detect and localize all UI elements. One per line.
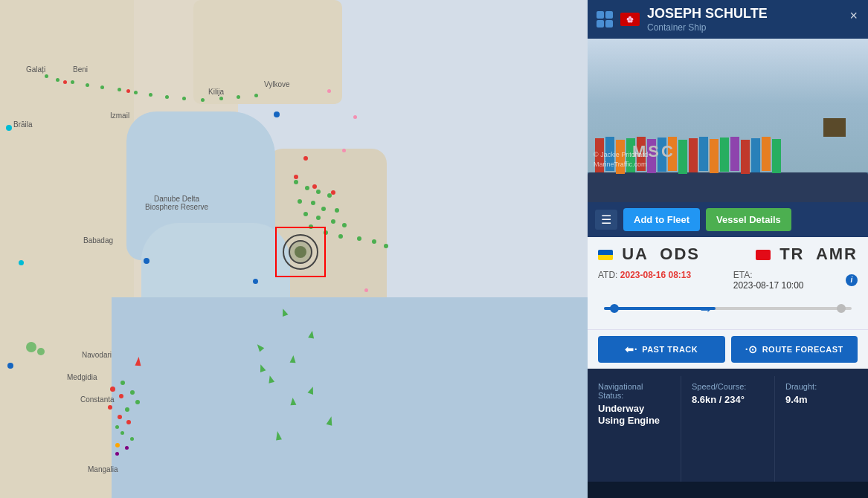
ship-dot[interactable] — [316, 216, 321, 220]
ship-dot[interactable] — [71, 80, 74, 84]
menu-button[interactable]: ☰ — [595, 210, 617, 230]
ship-dot-red[interactable] — [331, 190, 335, 195]
ship-dot-cyan[interactable] — [6, 125, 12, 131]
speed-course-label: Speed/Course: — [692, 382, 764, 391]
ship-dot-blue[interactable] — [144, 258, 150, 264]
ship-dot-red[interactable] — [126, 89, 130, 93]
ship-dot-red[interactable] — [126, 420, 131, 424]
ship-dot[interactable] — [56, 78, 60, 82]
ship-arrow-red[interactable] — [135, 357, 141, 366]
ship-dot-red[interactable] — [119, 394, 123, 398]
nav-status-label: NavigationalStatus: — [598, 382, 670, 400]
route-forecast-icon: ·⊙ — [745, 343, 758, 355]
add-to-fleet-button[interactable]: Add to Fleet — [623, 208, 700, 231]
route-destination: TR AMR — [756, 245, 858, 264]
ship-dot[interactable] — [130, 390, 135, 395]
ship-dot[interactable] — [338, 234, 343, 239]
vessel-details-button[interactable]: Vessel Details — [706, 208, 791, 231]
info-icon[interactable]: i — [846, 274, 858, 286]
ship-dot[interactable] — [237, 95, 240, 99]
draught-cell: Draught: 9.4m — [775, 376, 868, 482]
ship-dot-red[interactable] — [110, 387, 115, 392]
action-row: ☰ Add to Fleet Vessel Details — [588, 202, 868, 237]
ship-dot[interactable] — [316, 190, 321, 194]
ship-dot[interactable] — [305, 186, 309, 190]
ship-dot[interactable] — [100, 85, 104, 89]
ship-dot[interactable] — [118, 88, 121, 91]
ship-dot[interactable] — [321, 207, 326, 211]
ship-dot-blue[interactable] — [253, 279, 258, 284]
ship-dot[interactable] — [201, 98, 205, 102]
dest-port-code: AMR — [816, 245, 858, 263]
ship-dot-red[interactable] — [294, 175, 298, 179]
atd-block: ATD: 2023-08-16 08:13 — [598, 270, 691, 280]
ship-dot[interactable] — [134, 91, 138, 94]
ship-dot[interactable] — [45, 74, 48, 78]
ship-dot[interactable] — [384, 244, 388, 248]
ship-image: MSC © Jackie Pritchard MarineTraffic.com — [588, 39, 868, 202]
ship-dot[interactable] — [357, 236, 361, 241]
ship-dot[interactable] — [86, 83, 89, 87]
origin-flag — [598, 250, 613, 260]
ship-cluster[interactable] — [37, 348, 45, 355]
draught-value: 9.4m — [785, 394, 858, 407]
ship-dot[interactable] — [342, 223, 347, 227]
route-codes: UA ODS TR AMR — [598, 245, 858, 264]
ship-dot-red[interactable] — [312, 184, 317, 189]
panel-header: 🌸 JOSEPH SCHULTE Container Ship × — [588, 0, 868, 39]
ship-dot[interactable] — [219, 97, 223, 100]
ship-dot-blue[interactable] — [7, 363, 13, 369]
map[interactable]: Galați Beni Kilija Vylkove Izmail Brăila… — [0, 0, 588, 498]
ship-dot[interactable] — [303, 212, 308, 216]
ship-dot[interactable] — [298, 199, 302, 204]
ship-arrow[interactable] — [290, 398, 297, 406]
nav-status-row: NavigationalStatus: Underway Using Engin… — [588, 369, 868, 482]
ship-dot-pink[interactable] — [327, 89, 331, 93]
ship-panel: 🌸 JOSEPH SCHULTE Container Ship × — [588, 0, 868, 498]
ship-dot-cyan[interactable] — [19, 260, 24, 265]
ship-dot[interactable] — [149, 93, 152, 97]
ship-dot[interactable] — [125, 407, 129, 412]
past-track-label: PAST TRACK — [642, 345, 698, 354]
ship-dot-orange[interactable] — [115, 443, 120, 447]
route-origin: UA ODS — [598, 245, 700, 264]
ship-dot[interactable] — [372, 239, 376, 244]
past-track-button[interactable]: ⬅· PAST TRACK — [598, 336, 725, 363]
close-button[interactable]: × — [846, 6, 861, 25]
ship-type: Container Ship — [647, 22, 859, 33]
ship-dot[interactable] — [311, 201, 315, 205]
ship-dot[interactable] — [115, 425, 119, 429]
route-forecast-button[interactable]: ·⊙ ROUTE FORECAST — [731, 336, 858, 363]
ship-dot-red[interactable] — [303, 156, 308, 161]
ship-dot-purple[interactable] — [115, 452, 119, 456]
ship-dot-pink[interactable] — [364, 288, 368, 292]
ship-dot-red[interactable] — [108, 405, 112, 410]
progress-dot-dest — [837, 304, 846, 313]
ship-dot[interactable] — [120, 381, 125, 385]
svg-text:🌸: 🌸 — [626, 16, 634, 23]
ship-dot-blue[interactable] — [274, 111, 280, 117]
ship-dot-red[interactable] — [63, 80, 67, 84]
ship-dot[interactable] — [254, 94, 258, 97]
past-track-icon: ⬅· — [625, 343, 637, 355]
ship-arrow[interactable] — [290, 355, 297, 363]
selected-ship[interactable] — [275, 227, 326, 277]
ship-dot-purple[interactable] — [125, 446, 129, 450]
ship-dot[interactable] — [165, 95, 169, 99]
flag-hk: 🌸 — [620, 13, 640, 26]
ship-dot-pink[interactable] — [353, 115, 357, 119]
ship-dot[interactable] — [135, 400, 140, 404]
dest-flag — [756, 250, 771, 260]
ship-dot[interactable] — [294, 180, 298, 184]
ship-dot-red[interactable] — [118, 415, 122, 419]
ship-dot[interactable] — [182, 97, 186, 100]
ship-dot[interactable] — [331, 219, 335, 224]
ship-cluster[interactable] — [26, 342, 36, 352]
ship-dot-pink[interactable] — [342, 149, 346, 152]
ship-dot[interactable] — [120, 431, 124, 435]
ship-target-circles — [283, 234, 318, 270]
ship-dot[interactable] — [130, 437, 134, 441]
speed-course-cell: Speed/Course: 8.6kn / 234° — [681, 376, 775, 482]
ship-arrow[interactable] — [308, 330, 315, 338]
ship-dot[interactable] — [335, 208, 339, 213]
